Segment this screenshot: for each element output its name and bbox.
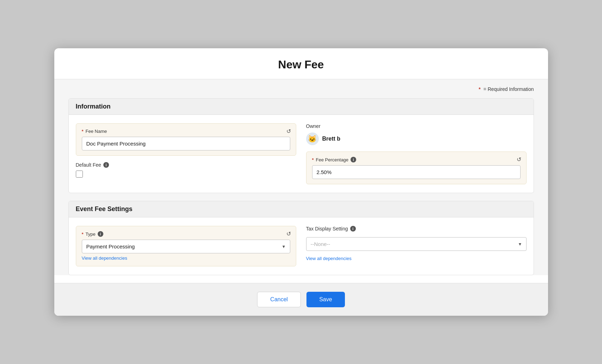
tax-display-label: Tax Display Setting i — [306, 226, 527, 232]
save-button[interactable]: Save — [306, 292, 345, 307]
modal-header: New Fee — [54, 48, 548, 79]
info-right-col: Owner 🐱 Brett b * Fee Percentage — [306, 123, 527, 184]
default-fee-checkbox[interactable] — [76, 171, 83, 178]
cancel-button[interactable]: Cancel — [257, 292, 301, 307]
fee-name-reset-icon[interactable]: ↺ — [286, 128, 291, 135]
type-required-star: * — [82, 232, 84, 237]
event-fee-section-content: * Type i ↺ Payment Processing Service Fe… — [69, 217, 534, 275]
fee-name-group: * Fee Name ↺ — [76, 123, 296, 156]
event-fee-section-header: Event Fee Settings — [69, 201, 534, 217]
fee-percentage-label: * Fee Percentage i — [312, 157, 521, 162]
modal-body: * = Required Information Information * F… — [54, 79, 548, 275]
owner-name: Brett b — [322, 136, 341, 142]
fee-percentage-group: * Fee Percentage i ↺ — [306, 152, 527, 184]
event-fee-left-col: * Type i ↺ Payment Processing Service Fe… — [76, 226, 296, 266]
type-label: * Type i — [82, 231, 290, 237]
type-group: * Type i ↺ Payment Processing Service Fe… — [76, 226, 296, 266]
fee-name-label: * Fee Name — [82, 129, 290, 134]
type-reset-icon[interactable]: ↺ — [286, 230, 291, 237]
tax-display-select[interactable]: --None-- Inclusive Exclusive — [306, 237, 527, 251]
fee-percentage-input[interactable] — [312, 165, 521, 179]
type-select[interactable]: Payment Processing Service Fee Tax Fee — [82, 240, 290, 253]
new-fee-modal: New Fee * = Required Information Informa… — [54, 48, 548, 316]
fee-percentage-info-icon[interactable]: i — [351, 157, 356, 162]
default-fee-label-text: Default Fee — [76, 162, 101, 168]
fee-name-required-star: * — [82, 129, 84, 134]
default-fee-group: Default Fee i — [76, 162, 296, 178]
tax-display-select-wrapper: --None-- Inclusive Exclusive ▼ — [306, 237, 527, 251]
fee-name-input[interactable] — [82, 137, 290, 150]
default-fee-label-row: Default Fee i — [76, 162, 296, 168]
owner-avatar: 🐱 — [306, 132, 319, 145]
required-info-text: = Required Information — [484, 86, 534, 92]
type-label-text: Type — [86, 232, 96, 237]
type-info-icon[interactable]: i — [98, 231, 103, 237]
fee-percentage-reset-icon[interactable]: ↺ — [517, 156, 521, 163]
owner-group: Owner 🐱 Brett b — [306, 123, 527, 145]
event-fee-right-col: Tax Display Setting i --None-- Inclusive… — [306, 226, 527, 266]
fee-percentage-label-text: Fee Percentage — [316, 157, 349, 162]
fee-percentage-required-star: * — [312, 157, 314, 162]
event-fee-section: Event Fee Settings * Type i ↺ — [68, 201, 534, 275]
owner-avatar-emoji: 🐱 — [308, 135, 317, 143]
information-section: Information * Fee Name ↺ — [68, 98, 534, 193]
default-fee-checkbox-wrapper — [76, 171, 296, 178]
tax-display-group: Tax Display Setting i --None-- Inclusive… — [306, 226, 527, 261]
tax-display-info-icon[interactable]: i — [350, 226, 356, 232]
tax-display-view-deps-link[interactable]: View all dependencies — [306, 256, 527, 261]
default-fee-info-icon[interactable]: i — [103, 162, 109, 168]
required-info-row: * = Required Information — [68, 86, 534, 92]
information-section-header: Information — [69, 99, 534, 115]
fee-name-label-text: Fee Name — [86, 129, 107, 134]
modal-title: New Fee — [68, 58, 534, 71]
information-section-content: * Fee Name ↺ Default Fee i — [69, 115, 534, 193]
owner-label: Owner — [306, 123, 527, 129]
required-asterisk: * — [479, 86, 480, 92]
modal-footer: Cancel Save — [54, 283, 548, 316]
type-select-wrapper: Payment Processing Service Fee Tax Fee ▼ — [82, 240, 290, 253]
type-view-deps-link[interactable]: View all dependencies — [82, 255, 127, 261]
owner-info-row: 🐱 Brett b — [306, 132, 527, 145]
tax-display-label-text: Tax Display Setting — [306, 226, 348, 232]
info-left-col: * Fee Name ↺ Default Fee i — [76, 123, 296, 184]
